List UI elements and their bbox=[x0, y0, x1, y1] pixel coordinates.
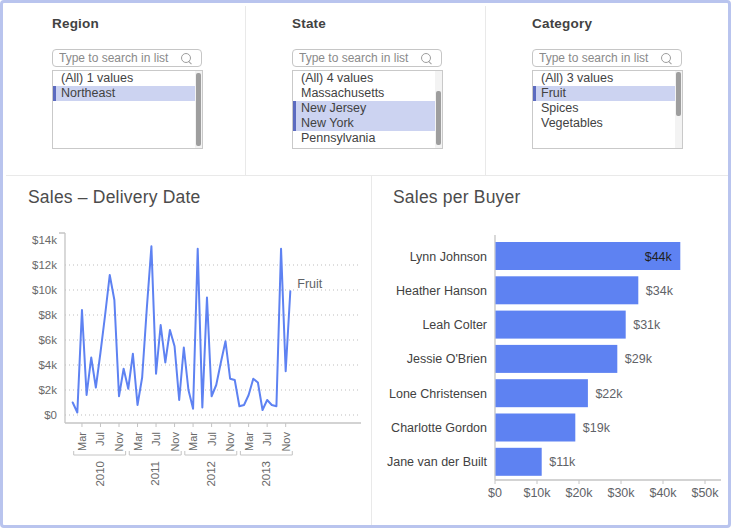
svg-text:2010: 2010 bbox=[94, 461, 106, 487]
svg-text:$31k: $31k bbox=[633, 318, 661, 332]
svg-text:$50k: $50k bbox=[691, 486, 719, 500]
svg-text:Jessie O'Brien: Jessie O'Brien bbox=[407, 352, 487, 366]
list-item-spices[interactable]: Spices bbox=[533, 101, 675, 116]
scrollbar[interactable] bbox=[675, 71, 682, 148]
list-item-all[interactable]: (All) 3 values bbox=[533, 71, 675, 86]
svg-text:2012: 2012 bbox=[205, 461, 217, 487]
filter-list-category: (All) 3 values Fruit Spices Vegetables bbox=[532, 70, 683, 149]
list-item-northeast[interactable]: Northeast bbox=[53, 86, 195, 101]
svg-text:$10k: $10k bbox=[32, 284, 57, 296]
svg-text:Mar: Mar bbox=[76, 432, 88, 451]
svg-text:Charlotte Gordon: Charlotte Gordon bbox=[391, 421, 487, 435]
svg-text:Jul: Jul bbox=[206, 432, 218, 446]
svg-text:$34k: $34k bbox=[646, 284, 674, 298]
divider-vertical bbox=[485, 6, 486, 175]
svg-text:$8k: $8k bbox=[38, 309, 57, 321]
search-input-category[interactable] bbox=[539, 50, 657, 66]
filter-list-state: (All) 4 values Massachusetts New Jersey … bbox=[292, 70, 443, 149]
svg-text:Jul: Jul bbox=[150, 432, 162, 446]
svg-text:$29k: $29k bbox=[625, 352, 653, 366]
svg-text:Nov: Nov bbox=[113, 432, 125, 452]
svg-text:$30k: $30k bbox=[607, 486, 635, 500]
svg-text:2013: 2013 bbox=[260, 461, 272, 487]
filter-title-state: State bbox=[292, 16, 326, 31]
scrollbar-thumb[interactable] bbox=[196, 73, 201, 147]
svg-text:Lynn Johnson: Lynn Johnson bbox=[410, 250, 487, 264]
svg-text:$22k: $22k bbox=[595, 387, 623, 401]
search-icon bbox=[661, 53, 671, 63]
svg-text:Fruit: Fruit bbox=[297, 277, 323, 291]
svg-text:$10k: $10k bbox=[523, 486, 551, 500]
svg-text:$12k: $12k bbox=[32, 259, 57, 271]
svg-text:Heather Hanson: Heather Hanson bbox=[396, 284, 487, 298]
svg-text:Mar: Mar bbox=[187, 432, 199, 451]
search-box-state[interactable] bbox=[292, 49, 442, 67]
svg-text:$0: $0 bbox=[488, 486, 502, 500]
svg-text:$40k: $40k bbox=[649, 486, 677, 500]
search-icon bbox=[421, 53, 431, 63]
list-item-pennsylvania[interactable]: Pennsylvania bbox=[293, 131, 435, 146]
svg-text:$2k: $2k bbox=[38, 384, 57, 396]
filter-panel-region: Region (All) 1 values Northeast bbox=[6, 6, 245, 175]
divider-vertical bbox=[245, 6, 246, 175]
search-icon bbox=[181, 53, 191, 63]
dashboard: Region (All) 1 values Northeast State (A… bbox=[0, 0, 731, 528]
filter-title-category: Category bbox=[532, 16, 592, 31]
search-input-region[interactable] bbox=[59, 50, 177, 66]
list-item-vegetables[interactable]: Vegetables bbox=[533, 116, 675, 131]
scrollbar[interactable] bbox=[435, 71, 442, 148]
svg-text:$20k: $20k bbox=[565, 486, 593, 500]
svg-text:Nov: Nov bbox=[224, 432, 236, 452]
filter-panel-category: Category (All) 3 values Fruit Spices Veg… bbox=[486, 6, 731, 175]
svg-text:Jane van der Built: Jane van der Built bbox=[387, 455, 488, 469]
svg-text:$44k: $44k bbox=[645, 250, 673, 264]
bar-chart-panel: Sales per Buyer $0$10k$20k$30k$40k$50kLy… bbox=[372, 176, 731, 528]
scrollbar-thumb[interactable] bbox=[436, 91, 441, 145]
svg-text:Jul: Jul bbox=[261, 432, 273, 446]
svg-text:Nov: Nov bbox=[169, 432, 181, 452]
scrollbar[interactable] bbox=[195, 71, 202, 148]
svg-text:$0: $0 bbox=[44, 409, 57, 421]
list-item-new-jersey[interactable]: New Jersey bbox=[293, 101, 435, 116]
svg-text:$4k: $4k bbox=[38, 359, 57, 371]
svg-text:$6k: $6k bbox=[38, 334, 57, 346]
list-item-all[interactable]: (All) 4 values bbox=[293, 71, 435, 86]
scrollbar-thumb[interactable] bbox=[676, 72, 681, 117]
search-input-state[interactable] bbox=[299, 50, 417, 66]
svg-text:2011: 2011 bbox=[149, 461, 161, 486]
svg-text:Leah Colter: Leah Colter bbox=[422, 318, 487, 332]
line-chart-panel: Sales – Delivery Date $0$2k$4k$6k$8k$10k… bbox=[3, 176, 371, 528]
list-item-new-york[interactable]: New York bbox=[293, 116, 435, 131]
list-item-all[interactable]: (All) 1 values bbox=[53, 71, 195, 86]
svg-text:$19k: $19k bbox=[583, 421, 611, 435]
line-chart-svg[interactable]: $0$2k$4k$6k$8k$10k$12k$14kMarJulNovMarJu… bbox=[3, 176, 371, 528]
svg-text:Lone Christensen: Lone Christensen bbox=[389, 387, 487, 401]
svg-text:Jul: Jul bbox=[94, 432, 106, 446]
search-box-category[interactable] bbox=[532, 49, 682, 67]
svg-text:Nov: Nov bbox=[280, 432, 292, 452]
filter-list-region: (All) 1 values Northeast bbox=[52, 70, 203, 149]
search-box-region[interactable] bbox=[52, 49, 202, 67]
svg-text:$14k: $14k bbox=[32, 234, 57, 246]
svg-text:$11k: $11k bbox=[549, 455, 576, 469]
svg-text:Mar: Mar bbox=[132, 432, 144, 451]
list-item-fruit[interactable]: Fruit bbox=[533, 86, 675, 101]
filter-title-region: Region bbox=[52, 16, 99, 31]
svg-text:Mar: Mar bbox=[243, 432, 255, 451]
filter-panel-state: State (All) 4 values Massachusetts New J… bbox=[246, 6, 485, 175]
bar-chart-svg[interactable]: $0$10k$20k$30k$40k$50kLynn Johnson$44kHe… bbox=[372, 176, 731, 528]
list-item-massachusetts[interactable]: Massachusetts bbox=[293, 86, 435, 101]
